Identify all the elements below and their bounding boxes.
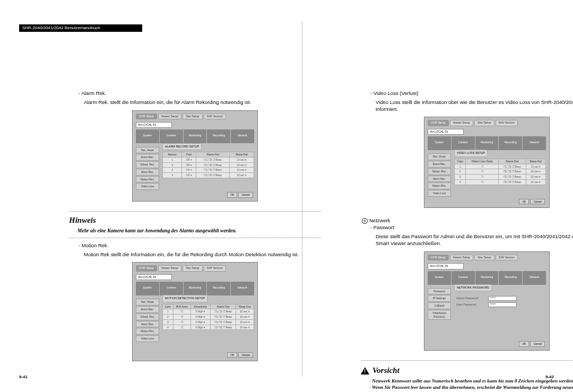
netzwerk-label: Netzwerk — [369, 217, 390, 223]
dvr-select: dvr.LOCAL.01 — [136, 274, 172, 280]
tab-site-setup: Site Setup — [183, 265, 202, 271]
alarm-rek-desc: Alarm Rek. stellt die Information ein, d… — [84, 99, 321, 106]
side-alarm-rec: Alarm Rec. — [428, 176, 451, 182]
tab-viewer-setup: Viewer Setup — [158, 114, 182, 119]
admin-pw-field: ****** — [488, 296, 517, 301]
ok-button: OK — [227, 352, 237, 358]
admin-pw-label: Admin Password — [456, 297, 488, 300]
motion-detection-screenshot: DVR Setup Viewer Setup Site Setup S/W Ve… — [132, 262, 258, 361]
nav-network: Network — [523, 271, 546, 285]
nav-monitoring: Monitoring — [475, 271, 499, 285]
motion-setup-table: Cam M.D Area Sensitivity Alarm-Out Beep-… — [162, 304, 254, 330]
user-pw-label: User Password — [456, 303, 488, 307]
caution-item-2: - Wenn Sie Passwort leer lassen und ihn … — [369, 384, 573, 390]
motion-rek-desc: Motion Rek stellt die Information ein, d… — [84, 251, 321, 258]
nav-system: System — [136, 282, 159, 295]
tab-viewer-setup: Viewer Setup — [450, 255, 474, 260]
side-callback: Callback — [428, 302, 451, 309]
page-number-left: 9-41 — [19, 374, 28, 379]
nav-camera: Camera — [452, 136, 475, 150]
col-alarm-out: Alarm-Out — [196, 152, 230, 158]
nav-system: System — [136, 129, 159, 143]
videoloss-screenshot: DVR Setup Viewer Setup Site Setup S/W Ve… — [424, 117, 550, 208]
network-password-title: NETWORK PASSWORD — [454, 284, 492, 291]
side-video-loss: Video Loss — [428, 190, 451, 197]
side-event-rec: Event Rec. — [428, 161, 451, 168]
nav-recording: Recording — [499, 136, 522, 150]
videoloss-title: - Video Loss (Verlust) — [370, 90, 573, 97]
tab-sw-version: S/W Version — [204, 265, 226, 271]
dvr-select: dvr.LOCAL.01 — [428, 129, 464, 135]
side-alarm-rec: Alarm Rec. — [136, 321, 159, 328]
divider-dotted — [69, 238, 321, 238]
cancel-button: Cancel — [530, 199, 545, 205]
doc-header: SHR-2040/2041/2042 Benutzerhandbuch — [19, 24, 142, 32]
page-number-right: 9-42 — [545, 374, 554, 379]
tab-sw-version: S/W Version — [496, 120, 518, 126]
tab-site-setup: Site Setup — [183, 114, 202, 119]
passwort-title: - Passwort — [370, 224, 573, 231]
nav-monitoring: Monitoring — [184, 282, 207, 295]
warning-icon — [361, 367, 369, 374]
col-alarm-out: Alarm-Out — [498, 159, 526, 164]
col-md-area: M.D Area — [173, 304, 190, 309]
tab-site-setup: Site Setup — [474, 255, 494, 260]
nav-recording: Recording — [499, 271, 522, 285]
ok-button: OK — [519, 199, 529, 205]
side-rec-mode: Rec. Mode — [428, 153, 451, 160]
cancel-button: Cancel — [238, 352, 253, 358]
motion-setup-title: MOTION DETECTION SETUP — [162, 295, 207, 302]
nav-system: System — [428, 136, 451, 150]
side-rec-mode: Rec. Mode — [136, 299, 159, 306]
caution-item-1: - Netzwerk Kennwort sollte aus Numerisch… — [369, 378, 573, 384]
col-cam: Cam — [182, 152, 196, 158]
alarm-rek-title: - Alarm Rek. — [79, 90, 321, 97]
nav-network: Network — [523, 136, 546, 150]
nav-recording: Recording — [207, 129, 230, 143]
side-sched-rec: Sched. Rec. — [428, 168, 451, 175]
cancel-button: Cancel — [530, 341, 545, 347]
videoloss-setup-table: Cam Video Loss State Alarm-Out Beep-Out … — [454, 159, 546, 185]
tab-site-setup: Site Setup — [474, 120, 494, 126]
col-cam: Cam — [455, 159, 466, 164]
col-alarm-out: Alarm-Out — [210, 304, 236, 309]
col-beep-out: Beep-Out — [236, 304, 254, 309]
tab-viewer-setup: Viewer Setup — [450, 120, 474, 126]
ok-button: OK — [227, 192, 237, 198]
side-sched-rec: Sched. Rec. — [136, 313, 159, 320]
side-motion-rec: Motion Rec. — [136, 176, 159, 183]
cancel-button: Cancel — [238, 192, 253, 198]
side-password: Password — [428, 288, 451, 295]
divider-dotted — [69, 211, 321, 212]
side-ip-settings: IP Settings — [428, 295, 451, 302]
side-rec-mode: Rec. Mode — [136, 147, 159, 154]
alarm-setup-table: Sensor Cam Alarm-Out Beep-Out 1Off ▾☐1 ☐… — [162, 152, 254, 178]
ok-button: OK — [519, 341, 529, 347]
nav-recording: Recording — [207, 282, 230, 295]
nav-system: System — [428, 271, 451, 285]
videoloss-setup-title: VIDEO LOSS SETUP — [454, 150, 488, 156]
passwort-desc: Diese stellt das Passwort für Admin und … — [376, 233, 573, 247]
tab-viewer-setup: Viewer Setup — [158, 265, 182, 271]
tab-sw-version: S/W Version — [496, 255, 518, 260]
tab-dvr-setup: DVR Setup — [136, 114, 157, 119]
tab-dvr-setup: DVR Setup — [136, 265, 157, 271]
alarm-record-screenshot: DVR Setup Viewer Setup Site Setup S/W Ve… — [132, 110, 258, 202]
step-number: 6 — [362, 218, 368, 224]
side-event-rec: Event Rec. — [136, 154, 159, 161]
motion-rek-title: - Motion Rek. — [79, 242, 321, 249]
side-sched-rec: Sched. Rec. — [136, 161, 159, 168]
nav-camera: Camera — [160, 282, 183, 295]
alarm-setup-title: ALARM RECORD SETUP — [162, 143, 202, 150]
nav-camera: Camera — [160, 129, 183, 143]
col-vl-state: Video Loss State — [466, 159, 498, 164]
col-beep-out: Beep-Out — [230, 152, 254, 158]
tab-sw-version: S/W Version — [204, 114, 226, 119]
nav-network: Network — [231, 129, 254, 143]
tab-dvr-setup: DVR Setup — [428, 120, 449, 126]
col-cam: Cam — [163, 304, 173, 309]
col-sensitivity: Sensitivity — [190, 304, 210, 309]
side-transferred: Transferred Picture(s) — [428, 310, 451, 320]
hinweis-heading: Hinweis — [69, 215, 321, 225]
side-video-loss: Video Loss — [136, 183, 159, 190]
